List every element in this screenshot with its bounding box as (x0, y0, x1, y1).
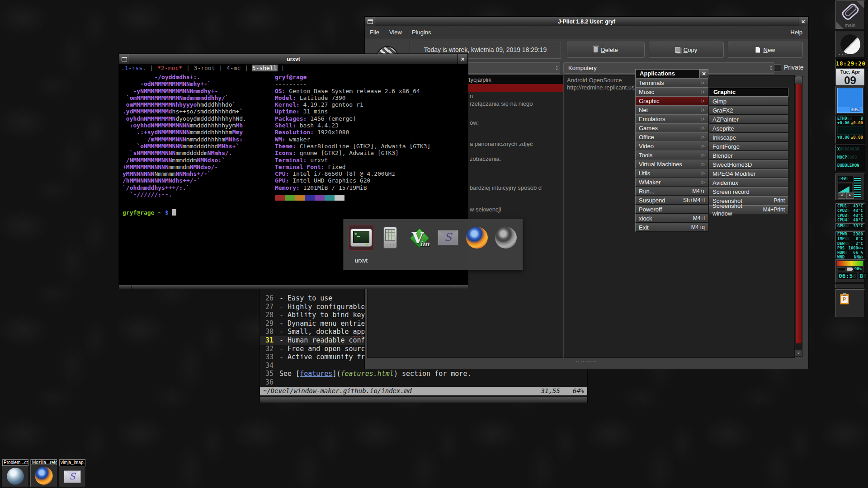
terminal-tab-4-mc[interactable]: 4-mc (226, 65, 241, 71)
menu-item-tools[interactable]: Tools▷ (635, 150, 708, 160)
private-checkbox[interactable] (774, 64, 781, 71)
vim-window-resizebar[interactable] (260, 397, 587, 403)
menu-item-screen-record[interactable]: Screen record (709, 187, 788, 196)
scrollbar-down-button[interactable]: ˅ (795, 350, 802, 357)
list-item[interactable]: zobaczenia: (470, 155, 501, 162)
firefox-icon[interactable] (464, 225, 490, 251)
menu-item-music[interactable]: Music▷ (635, 87, 708, 96)
dock-clip[interactable]: main (835, 0, 865, 29)
dock-gpu-temp[interactable]: GPU8833°C (835, 223, 865, 230)
close-button[interactable]: ✕ (458, 54, 467, 64)
menubar-item-help[interactable]: Help (784, 29, 808, 36)
menu-item-sweethome3d[interactable]: SweetHome3D (709, 160, 788, 169)
menu-item-run[interactable]: Run...M4+r (635, 187, 708, 196)
list-item[interactable]: bardziej intuicyjny sposób d (470, 184, 542, 191)
delete-button[interactable]: Delete (567, 42, 645, 58)
menu-item-utils[interactable]: Utils▷ (635, 169, 708, 178)
menu-item-grafx2[interactable]: GraFX2 (709, 106, 788, 115)
menu-item-avidemux[interactable]: Avidemux (709, 178, 788, 187)
jpilot-menubar: FileViewPlugins Help (365, 26, 808, 38)
dock-pager[interactable]: 04% (835, 86, 865, 115)
menu-item-aseprite[interactable]: Aseprite (709, 124, 788, 133)
menu-item-net[interactable]: Net▷ (635, 105, 708, 114)
trash-icon (594, 47, 598, 52)
close-button[interactable]: ✕ (798, 17, 808, 27)
mail-envelope-icon: S (64, 470, 81, 483)
submenu-arrow-icon: ▷ (702, 79, 705, 87)
dock-weather[interactable]: EPWR2300TMP888°CDEW882°CPRS1009hPaHUM865… (835, 231, 865, 258)
dock-empty-slot[interactable] (835, 284, 865, 288)
vim-icon[interactable]: Vim (406, 225, 432, 251)
menu-item-wmaker[interactable]: WMaker▷ (635, 178, 708, 187)
scrollbar-thumb[interactable] (796, 84, 802, 343)
terminal-tab-2-moc[interactable]: *2-moc* (157, 65, 183, 71)
menu-item-virtual-machines[interactable]: Virtual Machines▷ (635, 160, 708, 169)
miniwindow-vimja-imap[interactable]: vimja_imap...S (59, 459, 86, 487)
menu-close-icon[interactable]: ✕ (699, 70, 708, 78)
mail-envelope-icon[interactable]: S (435, 225, 461, 251)
spinner-icon[interactable]: ˄˅ (556, 66, 558, 71)
list-item[interactable]: n (470, 93, 473, 99)
list-item[interactable]: w sekwencji (470, 206, 501, 213)
dock-tray[interactable]: P (835, 289, 865, 317)
palm-pda-icon[interactable] (377, 225, 403, 251)
jpilot-titlebar[interactable]: J-Pilot 1.8.2 User: gryf ✕ (365, 16, 808, 27)
menu-shortcut: Sh+M4+l (683, 197, 705, 204)
menu-item-emulators[interactable]: Emulators▷ (635, 114, 708, 123)
menu-item-poweroff[interactable]: Poweroff (635, 205, 708, 214)
dock-status-lcd[interactable]: X88888888MOCP8888BUBBLEMON (835, 145, 865, 171)
mixer-prev-button[interactable]: ◂ (838, 192, 845, 199)
urxvt-terminal-icon[interactable]: >_ (348, 225, 374, 251)
clipboard-manager-icon[interactable]: P (840, 294, 849, 305)
scrollbar[interactable]: ˅ (795, 76, 802, 357)
menu-item-games[interactable]: Games▷ (635, 123, 708, 132)
window-grip[interactable]: ········· (365, 358, 808, 367)
dock-calendar-clock[interactable]: 18:29:20Tue, Apr09 (835, 59, 865, 85)
battery-percent: 90% (854, 267, 863, 272)
list-item[interactable]: ów: (470, 119, 479, 126)
urxvt-titlebar[interactable]: urxvt ✕ (119, 54, 468, 65)
menu-item-inkscape[interactable]: Inkscape (709, 133, 788, 142)
palette-swatch (335, 195, 344, 201)
menu-item-azpainter[interactable]: AZPainter (709, 115, 788, 124)
miniwindow-problem-ctyl[interactable]: Problem...ctyl (2, 459, 29, 487)
copy-button[interactable]: Copy (649, 42, 724, 58)
miniwindow-label: vimja_imap... (59, 460, 85, 466)
scrollbar-top-cap[interactable] (795, 76, 802, 84)
shell-prompt[interactable]: gryf@rage ~ $ (123, 209, 176, 216)
list-item[interactable]: a panoramicznych zdjęć (470, 141, 533, 147)
menu-item-video[interactable]: Video▷ (635, 141, 708, 150)
miniwindow-mozilla-refox[interactable]: Mozilla...refox (30, 459, 57, 487)
dock-moon-app[interactable]: ··· (835, 31, 865, 58)
dock-mixer[interactable]: 8498◂▸ (835, 174, 865, 201)
menubar-item-view[interactable]: View (384, 29, 407, 36)
miniaturize-button[interactable] (119, 54, 129, 64)
menu-item-gimp[interactable]: Gimp (709, 97, 788, 106)
menu-item-xlock[interactable]: xlockM4+l (635, 214, 708, 223)
list-item[interactable]: rzełączania się na niego (470, 100, 533, 107)
menu-item-fontforge[interactable]: FontForge (709, 142, 788, 151)
spinner-icon[interactable]: ˄˅ (770, 66, 772, 71)
terminal-tab-5-shell[interactable]: 5-shell (252, 65, 278, 71)
urxvt-resizebar[interactable] (119, 285, 468, 289)
menu-item-graphic[interactable]: Graphic▷ (635, 96, 708, 105)
menu-item-blender[interactable]: Blender (709, 151, 788, 160)
menu-item-exit[interactable]: ExitM4+q (635, 223, 708, 232)
menu-item-terminals[interactable]: Terminals▷ (635, 78, 708, 87)
firefox-dim-icon[interactable] (493, 225, 519, 251)
dock-cpu-temps[interactable]: CPU1843°CCPU2843°CCPU3843°CCPU4840°C (835, 203, 865, 222)
menubar-item-plugins[interactable]: Plugins (407, 29, 436, 36)
new-doc-icon (755, 47, 760, 53)
new-button[interactable]: New (728, 42, 803, 58)
mixer-next-button[interactable]: ▸ (846, 192, 854, 199)
menubar-item-file[interactable]: File (365, 29, 384, 36)
menu-item-susupend[interactable]: SusupendSh+M4+l (635, 196, 708, 205)
miniaturize-button[interactable] (365, 17, 375, 27)
menu-item-mpeg4-modifier[interactable]: MPEG4 Modifier (709, 169, 788, 178)
terminal-tab-1-rss[interactable]: .1-rss. (121, 65, 146, 71)
menu-item-office[interactable]: Office▷ (635, 132, 708, 141)
terminal-tab-3-root[interactable]: 3-root (193, 65, 216, 71)
dock-battery[interactable]: 90%06:58B8 (835, 259, 865, 283)
menu-item-screenshot-window[interactable]: Screenshot windowM4+Print (709, 205, 788, 214)
dock-net-monitor[interactable]: ETH0888▼0.00▲0.00▼0.00▲0.00 (835, 116, 865, 144)
